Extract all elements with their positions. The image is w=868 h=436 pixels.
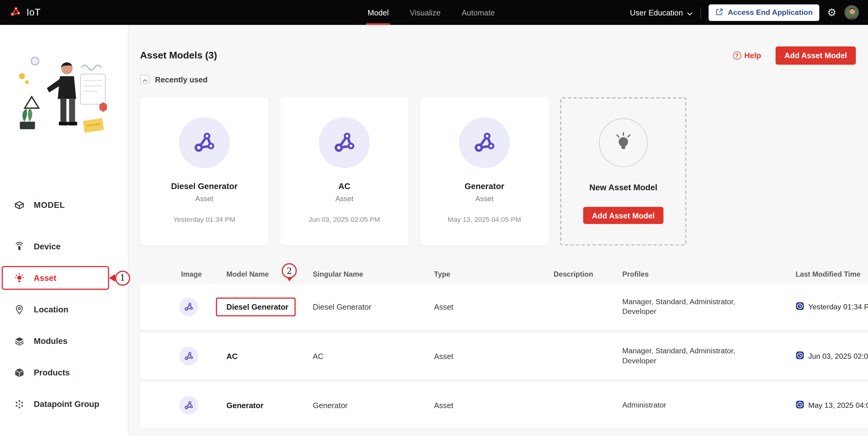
- tab-automate[interactable]: Automate: [462, 0, 495, 25]
- topbar-divider: [700, 7, 701, 18]
- add-asset-model-button[interactable]: Add Asset Model: [775, 46, 856, 64]
- products-icon: [13, 366, 26, 378]
- device-icon: [13, 240, 26, 253]
- org-switcher[interactable]: User Education: [630, 8, 692, 16]
- brand[interactable]: IoT: [9, 5, 40, 20]
- new-asset-model-card: New Asset Model Add Asset Model: [560, 97, 686, 245]
- sidebar-item-label: Device: [34, 242, 60, 251]
- location-icon: [13, 303, 26, 315]
- asset-model-icon: [179, 117, 230, 168]
- col-type: Type: [434, 270, 451, 278]
- sidebar-item-label: Products: [34, 368, 70, 377]
- asset-model-card-ac[interactable]: AC Asset Jun 03, 2025 02:05 PM: [280, 97, 408, 245]
- annotation-step-2: 2: [282, 263, 297, 278]
- topbar-right: User Education Access End Application ⚙: [630, 0, 859, 25]
- row-last-modified: Yesterday 01:34 PM: [796, 302, 868, 312]
- help-label: Help: [744, 51, 761, 60]
- org-label: User Education: [630, 8, 683, 16]
- sidebar-menu: MODEL Device: [0, 189, 128, 420]
- light-bulb-icon: [619, 137, 628, 147]
- row-model-name[interactable]: Diesel Generator: [226, 302, 289, 311]
- row-last-modified: Jun 03, 2025 02:05 PM: [796, 351, 868, 362]
- asset-models-table: Image Model Name Singular Name Type Desc…: [140, 270, 868, 432]
- sidebar-item-modules[interactable]: Modules: [0, 325, 128, 357]
- row-asset-icon: [179, 298, 198, 316]
- row-singular-name: Diesel Generator: [313, 302, 371, 311]
- sidebar-item-label: Datapoint Group: [34, 399, 99, 409]
- model-icon: [13, 199, 26, 211]
- sidebar-item-model[interactable]: MODEL: [0, 189, 128, 221]
- asset-model-card-diesel-generator[interactable]: Diesel Generator Asset Yesterday 01:34 P…: [140, 97, 269, 245]
- help-link[interactable]: ? Help: [733, 51, 761, 60]
- sidebar-item-products[interactable]: Products: [0, 357, 128, 388]
- sidebar-item-label: Modules: [34, 336, 67, 346]
- tab-visualize[interactable]: Visualize: [410, 0, 441, 25]
- app-window: IoT Model Visualize Automate User Educat…: [0, 0, 868, 436]
- primary-nav: Model Visualize Automate: [368, 0, 495, 25]
- tab-model[interactable]: Model: [368, 0, 389, 25]
- asset-model-card-generator[interactable]: Generator Asset May 13, 2025 04:05 PM: [420, 97, 548, 245]
- page-header-actions: ? Help Add Asset Model: [733, 46, 856, 64]
- sidebar-item-location[interactable]: Location: [0, 294, 128, 325]
- card-model-name: Generator: [420, 181, 548, 191]
- row-last-modified: May 13, 2025 04:05 PM: [796, 400, 868, 411]
- row-last-modified-text: Jun 03, 2025 02:05 PM: [808, 352, 868, 360]
- col-singular-name: Singular Name: [313, 270, 363, 278]
- row-model-name[interactable]: AC: [226, 352, 238, 361]
- recently-used-section-header: Recently used: [140, 74, 208, 84]
- col-last-modified: Last Modified Time: [796, 270, 860, 278]
- card-model-type: Asset: [140, 195, 269, 203]
- sidebar-item-asset[interactable]: Asset 1: [0, 262, 128, 294]
- row-singular-name: AC: [313, 352, 323, 361]
- row-profiles: Manager, Standard, Administrator, Develo…: [622, 346, 762, 366]
- collapse-toggle[interactable]: [140, 74, 150, 84]
- recently-used-label: Recently used: [155, 75, 208, 83]
- row-model-name[interactable]: Generator: [226, 401, 264, 410]
- row-asset-icon: [179, 347, 198, 365]
- annotation-step-1: 1: [109, 271, 130, 286]
- sidebar-item-datapoint-group[interactable]: Datapoint Group: [0, 388, 128, 420]
- card-modified-time: May 13, 2025 04:05 PM: [420, 216, 548, 224]
- card-modified-time: Jun 03, 2025 02:05 PM: [280, 216, 408, 224]
- clock-icon: [796, 400, 804, 411]
- page-header: Asset Models (3) ? Help Add Asset Model: [140, 46, 856, 65]
- main-content: Asset Models (3) ? Help Add Asset Model …: [128, 25, 868, 436]
- brand-name: IoT: [27, 7, 41, 18]
- row-profiles: Manager, Standard, Administrator, Develo…: [622, 297, 762, 317]
- asset-model-icon: [459, 117, 510, 168]
- access-end-application-button[interactable]: Access End Application: [709, 4, 819, 21]
- gear-icon[interactable]: ⚙: [827, 7, 836, 18]
- sidebar-item-label: Location: [34, 305, 68, 314]
- sidebar-item-label: MODEL: [34, 200, 65, 210]
- new-asset-model-title: New Asset Model: [561, 182, 685, 192]
- iot-logo-icon: [9, 5, 22, 20]
- sidebar-item-device[interactable]: Device: [0, 231, 128, 262]
- row-type: Asset: [434, 352, 454, 361]
- col-model-name: Model Name: [226, 270, 269, 278]
- help-icon: ?: [733, 51, 741, 59]
- chevron-up-icon: [142, 74, 147, 85]
- card-model-type: Asset: [420, 195, 548, 203]
- access-button-label: Access End Application: [728, 8, 813, 16]
- sidebar-illustration: [16, 52, 113, 140]
- table-row-generator[interactable]: Generator Generator Asset Administrator …: [140, 382, 868, 429]
- chevron-down-icon: [687, 8, 692, 16]
- user-avatar[interactable]: [844, 5, 859, 20]
- card-model-name: AC: [280, 181, 408, 191]
- col-image: Image: [181, 270, 202, 278]
- row-last-modified-text: May 13, 2025 04:05 PM: [808, 401, 868, 409]
- row-singular-name: Generator: [313, 401, 347, 410]
- clock-icon: [796, 351, 804, 362]
- col-description: Description: [554, 270, 593, 278]
- table-row-diesel-generator[interactable]: Diesel Generator Diesel Generator Asset …: [140, 283, 868, 330]
- row-profiles: Administrator: [622, 400, 762, 410]
- modules-icon: [13, 335, 26, 347]
- asset-model-icon: [319, 117, 370, 168]
- table-row-ac[interactable]: AC AC Asset Manager, Standard, Administr…: [140, 333, 868, 379]
- table-header: Image Model Name Singular Name Type Desc…: [140, 270, 868, 284]
- add-asset-model-card-button[interactable]: Add Asset Model: [583, 207, 663, 224]
- annotation-step-1-number: 1: [115, 271, 130, 286]
- bulb-circle: [599, 119, 648, 167]
- recently-used-cards: Diesel Generator Asset Yesterday 01:34 P…: [140, 97, 687, 245]
- row-type: Asset: [434, 302, 454, 311]
